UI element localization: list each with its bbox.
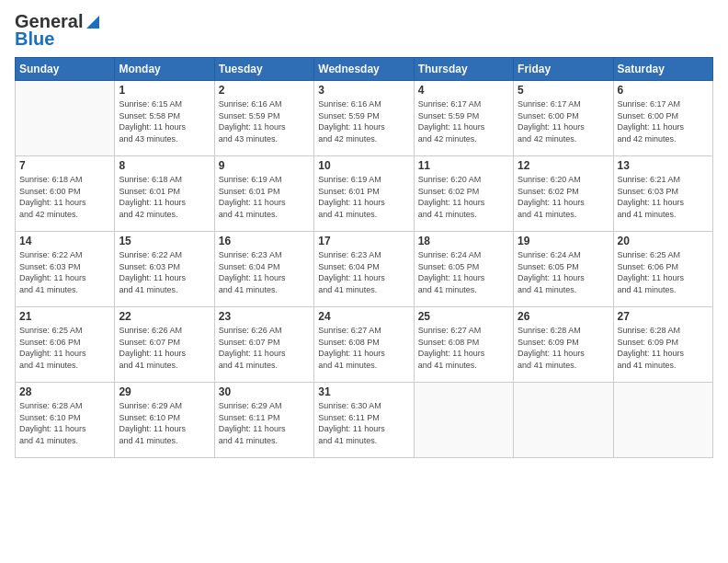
day-number: 31 xyxy=(318,385,409,398)
day-info: Sunrise: 6:22 AMSunset: 6:03 PMDaylight:… xyxy=(19,249,110,295)
calendar-cell: 31Sunrise: 6:30 AMSunset: 6:11 PMDayligh… xyxy=(314,383,414,458)
day-number: 14 xyxy=(19,235,110,247)
day-info: Sunrise: 6:24 AMSunset: 6:05 PMDaylight:… xyxy=(418,249,509,295)
calendar-cell: 7Sunrise: 6:18 AMSunset: 6:00 PMDaylight… xyxy=(16,156,115,232)
calendar-cell xyxy=(613,383,712,458)
day-number: 15 xyxy=(119,235,210,247)
calendar-cell xyxy=(414,383,513,458)
day-info: Sunrise: 6:18 AMSunset: 6:01 PMDaylight:… xyxy=(119,174,210,220)
calendar-header-row: SundayMondayTuesdayWednesdayThursdayFrid… xyxy=(16,58,713,81)
day-info: Sunrise: 6:29 AMSunset: 6:11 PMDaylight:… xyxy=(219,400,310,446)
day-info: Sunrise: 6:28 AMSunset: 6:09 PMDaylight:… xyxy=(618,325,709,371)
day-number: 2 xyxy=(219,84,310,97)
day-number: 26 xyxy=(518,310,609,323)
calendar-cell: 14Sunrise: 6:22 AMSunset: 6:03 PMDayligh… xyxy=(16,232,115,307)
day-number: 6 xyxy=(618,84,709,97)
calendar-cell: 26Sunrise: 6:28 AMSunset: 6:09 PMDayligh… xyxy=(514,307,613,383)
calendar-cell: 24Sunrise: 6:27 AMSunset: 6:08 PMDayligh… xyxy=(314,307,414,383)
day-info: Sunrise: 6:29 AMSunset: 6:10 PMDaylight:… xyxy=(119,400,210,446)
calendar-cell: 21Sunrise: 6:25 AMSunset: 6:06 PMDayligh… xyxy=(16,307,115,383)
day-number: 4 xyxy=(418,84,509,97)
day-info: Sunrise: 6:18 AMSunset: 6:00 PMDaylight:… xyxy=(19,174,110,220)
calendar-week-1: 1Sunrise: 6:15 AMSunset: 5:58 PMDaylight… xyxy=(16,81,713,156)
day-number: 21 xyxy=(19,310,110,323)
calendar-cell: 16Sunrise: 6:23 AMSunset: 6:04 PMDayligh… xyxy=(214,232,313,307)
calendar-cell: 11Sunrise: 6:20 AMSunset: 6:02 PMDayligh… xyxy=(414,156,513,232)
calendar-header-thursday: Thursday xyxy=(414,58,513,81)
calendar-cell: 27Sunrise: 6:28 AMSunset: 6:09 PMDayligh… xyxy=(613,307,712,383)
day-info: Sunrise: 6:15 AMSunset: 5:58 PMDaylight:… xyxy=(119,98,210,144)
calendar-cell xyxy=(514,383,613,458)
calendar-cell: 20Sunrise: 6:25 AMSunset: 6:06 PMDayligh… xyxy=(613,232,712,307)
calendar-header-sunday: Sunday xyxy=(16,58,115,81)
calendar-cell: 3Sunrise: 6:16 AMSunset: 5:59 PMDaylight… xyxy=(314,81,414,156)
calendar-cell: 5Sunrise: 6:17 AMSunset: 6:00 PMDaylight… xyxy=(514,81,613,156)
day-info: Sunrise: 6:23 AMSunset: 6:04 PMDaylight:… xyxy=(318,249,409,295)
day-number: 3 xyxy=(318,84,409,97)
day-number: 23 xyxy=(219,310,310,323)
calendar-header-tuesday: Tuesday xyxy=(214,58,313,81)
day-number: 20 xyxy=(618,235,709,247)
calendar-header-wednesday: Wednesday xyxy=(314,58,414,81)
day-info: Sunrise: 6:20 AMSunset: 6:02 PMDaylight:… xyxy=(418,174,509,220)
calendar-cell: 17Sunrise: 6:23 AMSunset: 6:04 PMDayligh… xyxy=(314,232,414,307)
day-number: 17 xyxy=(318,235,409,247)
header: General Blue xyxy=(15,11,713,50)
day-info: Sunrise: 6:16 AMSunset: 5:59 PMDaylight:… xyxy=(318,98,409,144)
day-info: Sunrise: 6:20 AMSunset: 6:02 PMDaylight:… xyxy=(518,174,609,220)
svg-marker-0 xyxy=(86,16,99,29)
day-number: 22 xyxy=(119,310,210,323)
day-number: 28 xyxy=(19,385,110,398)
day-info: Sunrise: 6:22 AMSunset: 6:03 PMDaylight:… xyxy=(119,249,210,295)
day-info: Sunrise: 6:26 AMSunset: 6:07 PMDaylight:… xyxy=(119,325,210,371)
calendar-cell: 12Sunrise: 6:20 AMSunset: 6:02 PMDayligh… xyxy=(514,156,613,232)
day-number: 25 xyxy=(418,310,509,323)
day-info: Sunrise: 6:27 AMSunset: 6:08 PMDaylight:… xyxy=(318,325,409,371)
calendar-cell: 23Sunrise: 6:26 AMSunset: 6:07 PMDayligh… xyxy=(214,307,313,383)
logo-bird-icon xyxy=(85,14,101,30)
day-number: 12 xyxy=(518,159,609,172)
day-number: 27 xyxy=(618,310,709,323)
calendar-header-friday: Friday xyxy=(514,58,613,81)
day-number: 24 xyxy=(318,310,409,323)
day-info: Sunrise: 6:25 AMSunset: 6:06 PMDaylight:… xyxy=(618,249,709,295)
day-number: 30 xyxy=(219,385,310,398)
day-info: Sunrise: 6:17 AMSunset: 6:00 PMDaylight:… xyxy=(618,98,709,144)
calendar-week-4: 21Sunrise: 6:25 AMSunset: 6:06 PMDayligh… xyxy=(16,307,713,383)
day-number: 7 xyxy=(19,159,110,172)
day-info: Sunrise: 6:17 AMSunset: 6:00 PMDaylight:… xyxy=(518,98,609,144)
calendar-cell: 13Sunrise: 6:21 AMSunset: 6:03 PMDayligh… xyxy=(613,156,712,232)
day-info: Sunrise: 6:19 AMSunset: 6:01 PMDaylight:… xyxy=(219,174,310,220)
day-number: 18 xyxy=(418,235,509,247)
day-info: Sunrise: 6:25 AMSunset: 6:06 PMDaylight:… xyxy=(19,325,110,371)
calendar-cell: 4Sunrise: 6:17 AMSunset: 5:59 PMDaylight… xyxy=(414,81,513,156)
day-number: 16 xyxy=(219,235,310,247)
calendar-cell: 28Sunrise: 6:28 AMSunset: 6:10 PMDayligh… xyxy=(16,383,115,458)
day-number: 8 xyxy=(119,159,210,172)
calendar-cell: 2Sunrise: 6:16 AMSunset: 5:59 PMDaylight… xyxy=(214,81,313,156)
day-number: 10 xyxy=(318,159,409,172)
day-number: 9 xyxy=(219,159,310,172)
calendar-cell: 19Sunrise: 6:24 AMSunset: 6:05 PMDayligh… xyxy=(514,232,613,307)
day-info: Sunrise: 6:30 AMSunset: 6:11 PMDaylight:… xyxy=(318,400,409,446)
day-number: 13 xyxy=(618,159,709,172)
calendar-cell: 6Sunrise: 6:17 AMSunset: 6:00 PMDaylight… xyxy=(613,81,712,156)
day-info: Sunrise: 6:19 AMSunset: 6:01 PMDaylight:… xyxy=(318,174,409,220)
day-info: Sunrise: 6:23 AMSunset: 6:04 PMDaylight:… xyxy=(219,249,310,295)
calendar-cell: 25Sunrise: 6:27 AMSunset: 6:08 PMDayligh… xyxy=(414,307,513,383)
calendar-cell: 9Sunrise: 6:19 AMSunset: 6:01 PMDaylight… xyxy=(214,156,313,232)
day-number: 19 xyxy=(518,235,609,247)
day-number: 5 xyxy=(518,84,609,97)
day-info: Sunrise: 6:24 AMSunset: 6:05 PMDaylight:… xyxy=(518,249,609,295)
calendar-week-2: 7Sunrise: 6:18 AMSunset: 6:00 PMDaylight… xyxy=(16,156,713,232)
calendar-cell: 29Sunrise: 6:29 AMSunset: 6:10 PMDayligh… xyxy=(115,383,214,458)
calendar-table: SundayMondayTuesdayWednesdayThursdayFrid… xyxy=(15,57,713,458)
day-info: Sunrise: 6:21 AMSunset: 6:03 PMDaylight:… xyxy=(618,174,709,220)
day-info: Sunrise: 6:17 AMSunset: 5:59 PMDaylight:… xyxy=(418,98,509,144)
calendar-cell: 1Sunrise: 6:15 AMSunset: 5:58 PMDaylight… xyxy=(115,81,214,156)
page: General Blue SundayMondayTuesdayWednesda… xyxy=(0,0,728,563)
day-info: Sunrise: 6:16 AMSunset: 5:59 PMDaylight:… xyxy=(219,98,310,144)
day-info: Sunrise: 6:27 AMSunset: 6:08 PMDaylight:… xyxy=(418,325,509,371)
calendar-week-3: 14Sunrise: 6:22 AMSunset: 6:03 PMDayligh… xyxy=(16,232,713,307)
calendar-cell xyxy=(16,81,115,156)
